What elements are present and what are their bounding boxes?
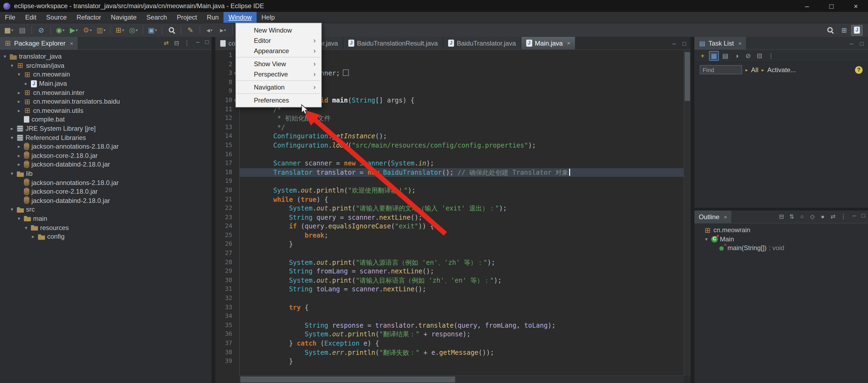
view-menu-button[interactable]: ⋮ [766, 51, 776, 61]
chevron-expanded-icon[interactable]: ▾ [23, 225, 29, 230]
minimize-button[interactable]: – [795, 0, 819, 12]
tree-item-config[interactable]: ▸config [0, 232, 212, 241]
code-line-35[interactable]: String response = translator.translate(q… [240, 321, 691, 330]
collapse-all-button[interactable]: ⊟ [755, 51, 764, 61]
code-line-21[interactable]: while (true) { [240, 195, 691, 204]
maximize-button[interactable]: □ [819, 0, 844, 12]
splitter[interactable] [212, 37, 215, 383]
chevron-collapsed-icon[interactable]: ▸ [9, 126, 14, 131]
menu-item-new-window[interactable]: New Window [236, 25, 321, 35]
help-icon[interactable]: ? [855, 66, 863, 73]
tree-item-cn-meowrain[interactable]: ⊞cn.meowrain [694, 226, 868, 235]
chevron-collapsed-icon[interactable]: ▸ [16, 99, 22, 104]
hide-static-members-button[interactable]: ◇ [808, 212, 817, 221]
menu-search[interactable]: Search [142, 12, 172, 23]
maximize-icon[interactable]: □ [859, 211, 868, 220]
code-line-29[interactable]: String fromLang = scanner.nextLine(); [240, 267, 691, 276]
link-with-editor-button[interactable]: ⇄ [828, 212, 838, 221]
splitter[interactable] [694, 208, 868, 211]
code-line-24[interactable]: if (query.equalsIgnoreCase("exit")) { [240, 222, 691, 231]
tree-item-jackson-databind-2-18-0-jar[interactable]: ▸jackson-databind-2.18.0.jar [0, 160, 212, 169]
sort-button[interactable]: ⇅ [787, 212, 796, 221]
vertical-scrollbar[interactable] [684, 50, 691, 376]
editor-tab-main-java[interactable]: JMain.java× [521, 37, 576, 50]
menu-run[interactable]: Run [202, 12, 223, 23]
maximize-icon[interactable]: □ [203, 37, 212, 46]
link-with-editor-button[interactable]: ⇄ [162, 38, 171, 48]
chevron-expanded-icon[interactable]: ▾ [9, 63, 14, 68]
tree-item-src-main-java[interactable]: ▾⊞src/main/java [0, 61, 212, 70]
code-line-14[interactable]: Confinguration.getInstance(); [240, 132, 691, 141]
code-line-36[interactable]: System.out.println("翻译结果：" + response); [240, 330, 691, 339]
previous-annotation-button[interactable]: ◂▾ [203, 25, 216, 35]
chevron-expanded-icon[interactable]: ▾ [2, 54, 8, 59]
tree-item-lib[interactable]: ▾lib [0, 169, 212, 178]
chevron-collapsed-icon[interactable]: ▸ [16, 153, 22, 158]
tree-item-jackson-annotations-2-18-0-jar[interactable]: jackson-annotations-2.18.0.jar [0, 178, 212, 187]
tree-item-referenced-libraries[interactable]: ▾Referenced Libraries [0, 133, 212, 142]
maximize-icon[interactable]: □ [857, 38, 866, 48]
code-line-17[interactable]: Scanner scanner = new Scanner(System.in)… [240, 159, 691, 168]
code-line-31[interactable]: String toLang = scanner.nextLine(); [240, 285, 691, 294]
scope-all-link[interactable]: All [751, 66, 758, 73]
maximize-icon[interactable]: □ [680, 38, 689, 48]
editor-tab-baidutranslator-java[interactable]: JBaiduTranslator.java [443, 37, 521, 50]
package-explorer-tab[interactable]: ⊞ Package Explorer × [0, 37, 78, 50]
horizontal-scrollbar[interactable] [239, 375, 684, 383]
horizontal-scrollbar-thumb[interactable] [240, 377, 455, 382]
code-line-22[interactable]: System.out.print("请输入要翻译的文本（输入 'exit' 退出… [240, 204, 691, 213]
tree-item-cn-meowrain-inter[interactable]: ▸⊞cn.meowrain.inter [0, 88, 212, 97]
minimize-icon[interactable]: – [849, 211, 859, 220]
editor-tab-baidutranslationresult-java[interactable]: JBaiduTranslationResult.java [343, 37, 443, 50]
code-line-15[interactable]: Confinguration.load("src/main/resources/… [240, 141, 691, 150]
chevron-expanded-icon[interactable]: ▾ [16, 216, 22, 221]
new-wizard-button[interactable]: ▦▾ [2, 25, 15, 35]
hide-non-public-button[interactable]: ● [818, 212, 827, 221]
menu-navigate[interactable]: Navigate [106, 12, 142, 23]
chevron-collapsed-icon[interactable]: ▸ [16, 108, 22, 114]
chevron-expanded-icon[interactable]: ▾ [16, 72, 22, 77]
chevron-expanded-icon[interactable]: ▾ [9, 207, 14, 213]
tree-item-cn-meowrain[interactable]: ▾⊞cn.meowrain [0, 70, 212, 79]
minimize-icon[interactable]: – [670, 38, 679, 48]
scheduled-button[interactable]: ▤ [720, 51, 730, 61]
tree-item-src[interactable]: ▾src [0, 205, 212, 214]
tree-item-resources[interactable]: ▾resources [0, 223, 212, 232]
categorized-button[interactable]: ▦ [709, 51, 719, 61]
tree-item-main-string[interactable]: main(String[]) : void [694, 244, 868, 253]
menu-item-preferences[interactable]: Preferences [236, 95, 321, 105]
tree-item-jackson-core-2-18-0-jar[interactable]: ▸jackson-core-2.18.0.jar [0, 151, 212, 160]
chevron-expanded-icon[interactable]: ▾ [9, 135, 14, 140]
tree-item-jackson-databind-2-18-0-jar[interactable]: jackson-databind-2.18.0.jar [0, 196, 212, 205]
open-task-button[interactable]: ▣▾ [146, 25, 159, 35]
code-line-12[interactable]: * 初始化配置文件 [240, 114, 691, 123]
code-line-38[interactable]: System.err.println("翻译失败：" + e.getMessag… [240, 348, 691, 357]
chevron-expanded-icon[interactable]: ▾ [704, 236, 709, 242]
code-line-33[interactable]: try { [240, 303, 691, 312]
tree-item-main[interactable]: ▾CMain [694, 235, 868, 244]
open-perspective-button[interactable]: ⊞ [839, 25, 849, 35]
new-java-project-button[interactable]: ⊞▾ [113, 25, 126, 35]
menu-window[interactable]: Window [223, 12, 256, 23]
minimize-icon[interactable]: – [847, 38, 856, 48]
new-task-button[interactable]: + [698, 51, 707, 61]
menu-edit[interactable]: Edit [20, 12, 41, 23]
menu-project[interactable]: Project [172, 12, 202, 23]
code-line-30[interactable]: System.out.print("请输入目标语言（例如 'zh'、'en' 等… [240, 276, 691, 285]
tree-item-main-java[interactable]: ▸JMain.java [0, 79, 212, 88]
tree-item-jackson-annotations-2-18-0-jar[interactable]: ▸jackson-annotations-2.18.0.jar [0, 142, 212, 151]
code-line-32[interactable] [240, 294, 691, 303]
close-icon[interactable]: × [567, 40, 570, 46]
close-icon[interactable]: × [724, 214, 727, 220]
close-button[interactable]: × [844, 0, 868, 12]
collapse-all-button[interactable]: ⊟ [777, 212, 786, 221]
new-java-class-button[interactable]: ◎▾ [127, 25, 140, 35]
debug-button[interactable]: ◉▾ [54, 25, 67, 35]
close-icon[interactable]: × [70, 40, 73, 46]
vertical-scrollbar-thumb[interactable] [685, 52, 690, 101]
tree-item-compile-bat[interactable]: compile.bat [0, 115, 212, 124]
chevron-collapsed-icon[interactable]: ▸ [16, 162, 22, 167]
menu-item-perspective[interactable]: Perspective› [236, 69, 321, 79]
chevron-collapsed-icon[interactable]: ▸ [30, 234, 36, 239]
java-perspective-button[interactable]: J [851, 25, 863, 35]
